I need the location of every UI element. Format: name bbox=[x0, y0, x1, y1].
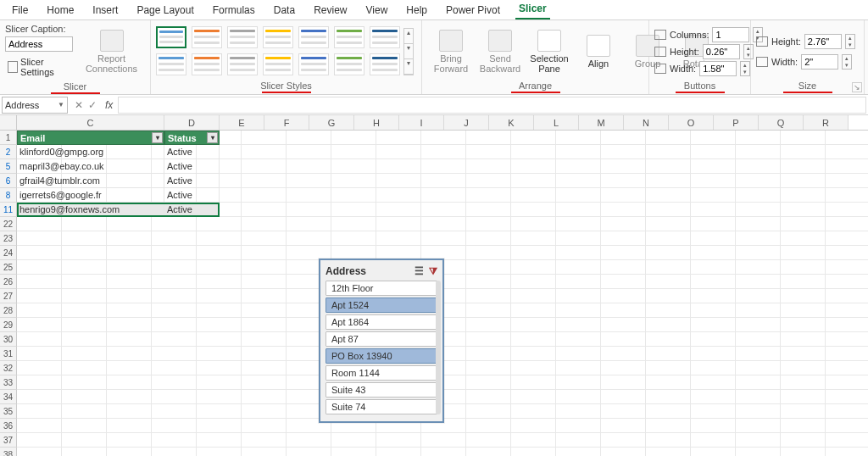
slicer-scrollbar[interactable] bbox=[436, 281, 441, 414]
row-header[interactable]: 2 bbox=[0, 145, 17, 159]
row-header[interactable]: 6 bbox=[0, 174, 17, 188]
row-header[interactable]: 34 bbox=[0, 390, 17, 404]
multi-select-icon[interactable]: ☰ bbox=[415, 265, 424, 277]
col-header[interactable]: J bbox=[444, 115, 489, 130]
slicer-style-swatch[interactable] bbox=[370, 53, 400, 75]
cell-email[interactable]: gfrail4@tumblr.com bbox=[17, 174, 164, 188]
size-height-input[interactable] bbox=[804, 34, 842, 49]
cancel-icon[interactable]: ✕ bbox=[75, 99, 83, 111]
row-header[interactable]: 27 bbox=[0, 289, 17, 303]
row-header[interactable]: 22 bbox=[0, 217, 17, 231]
size-dialog-launcher[interactable]: ↘ bbox=[852, 82, 862, 92]
tab-insert[interactable]: Insert bbox=[89, 3, 121, 19]
cell-status[interactable]: Active bbox=[164, 188, 220, 203]
cell-status[interactable]: Active bbox=[164, 159, 220, 174]
spin[interactable]: ▴▾ bbox=[740, 61, 750, 76]
formula-input[interactable] bbox=[118, 97, 866, 114]
slicer-item[interactable]: Apt 1864 bbox=[326, 314, 437, 330]
enter-icon[interactable]: ✓ bbox=[88, 99, 97, 111]
col-header[interactable]: P bbox=[714, 115, 759, 130]
cell-status[interactable]: Active bbox=[164, 203, 220, 217]
buttons-columns-input[interactable] bbox=[712, 27, 749, 42]
row-header[interactable]: 23 bbox=[0, 231, 17, 246]
row-header[interactable]: 25 bbox=[0, 260, 17, 275]
tab-view[interactable]: View bbox=[363, 3, 392, 19]
row-header[interactable]: 38 bbox=[0, 448, 17, 456]
table-header-status[interactable]: Status▾ bbox=[164, 131, 220, 145]
cell-email[interactable]: klinford0@gmpg.org bbox=[17, 145, 164, 159]
col-header[interactable]: E bbox=[220, 115, 264, 130]
tab-page-layout[interactable]: Page Layout bbox=[133, 3, 197, 19]
cell-email[interactable]: igerrets6@google.fr bbox=[17, 188, 164, 203]
align-button[interactable]: Align bbox=[575, 33, 622, 70]
name-box[interactable]: Address▼ bbox=[2, 97, 68, 114]
row-header[interactable]: 11 bbox=[0, 203, 17, 217]
row-header[interactable]: 5 bbox=[0, 159, 17, 174]
row-header[interactable]: 1 bbox=[0, 131, 17, 145]
row-header[interactable]: 29 bbox=[0, 318, 17, 332]
slicer-item[interactable]: Suite 74 bbox=[326, 399, 437, 414]
row-header[interactable]: 33 bbox=[0, 375, 17, 390]
clear-filter-icon[interactable]: ⧩ bbox=[429, 265, 437, 277]
row-header[interactable]: 24 bbox=[0, 246, 17, 260]
col-header[interactable]: Q bbox=[759, 115, 804, 130]
slicer-style-swatch[interactable] bbox=[263, 53, 293, 75]
col-header[interactable]: D bbox=[164, 115, 220, 130]
slicer-style-swatch[interactable] bbox=[298, 53, 329, 75]
cell-status[interactable]: Active bbox=[164, 145, 220, 159]
slicer-style-swatch[interactable] bbox=[156, 26, 186, 48]
slicer-style-swatch[interactable] bbox=[227, 53, 258, 75]
spin[interactable]: ▴▾ bbox=[842, 54, 852, 70]
select-all-corner[interactable] bbox=[0, 115, 17, 130]
slicer-item[interactable]: Apt 1524 bbox=[326, 298, 437, 313]
buttons-width-input[interactable] bbox=[699, 61, 737, 76]
size-width-input[interactable] bbox=[801, 54, 838, 70]
send-backward-button[interactable]: Send Backward bbox=[476, 28, 524, 75]
table-header-email[interactable]: Email▾ bbox=[17, 131, 164, 145]
cell-email[interactable]: henrigo9@foxnews.com bbox=[17, 203, 164, 217]
col-header[interactable]: R bbox=[804, 115, 849, 130]
row-header[interactable]: 37 bbox=[0, 433, 17, 448]
slicer-style-swatch[interactable] bbox=[263, 26, 293, 48]
worksheet[interactable]: CDEFGHIJKLMNOPQR 12568112223242526272829… bbox=[0, 115, 868, 456]
row-header[interactable]: 36 bbox=[0, 419, 17, 433]
row-header[interactable]: 8 bbox=[0, 188, 17, 203]
col-header[interactable]: K bbox=[489, 115, 534, 130]
bring-forward-button[interactable]: Bring Forward bbox=[427, 28, 475, 75]
row-header[interactable]: 31 bbox=[0, 347, 17, 361]
row-header[interactable]: 28 bbox=[0, 303, 17, 318]
col-header[interactable]: M bbox=[579, 115, 624, 130]
row-header[interactable]: 26 bbox=[0, 275, 17, 289]
slicer-style-gallery[interactable]: ▴▾▾ bbox=[156, 26, 414, 77]
tab-review[interactable]: Review bbox=[310, 3, 350, 19]
filter-dropdown-icon[interactable]: ▾ bbox=[152, 132, 163, 143]
tab-formulas[interactable]: Formulas bbox=[209, 3, 259, 19]
slicer-caption-input[interactable] bbox=[5, 36, 73, 52]
slicer-panel[interactable]: Address ☰ ⧩ 12th FloorApt 1524Apt 1864Ap… bbox=[319, 259, 444, 423]
tab-help[interactable]: Help bbox=[403, 3, 431, 19]
tab-home[interactable]: Home bbox=[43, 3, 77, 19]
slicer-item[interactable]: Suite 43 bbox=[326, 382, 437, 398]
cell-email[interactable]: mapril3@ebay.co.uk bbox=[17, 159, 164, 174]
filter-applied-icon[interactable]: ▾ bbox=[207, 132, 218, 143]
row-header[interactable]: 30 bbox=[0, 332, 17, 347]
col-header[interactable]: N bbox=[624, 115, 669, 130]
tab-power-pivot[interactable]: Power Pivot bbox=[442, 3, 504, 19]
slicer-style-swatch[interactable] bbox=[334, 53, 364, 75]
row-header[interactable]: 32 bbox=[0, 361, 17, 375]
cell-status[interactable]: Active bbox=[164, 174, 220, 188]
col-header[interactable]: G bbox=[309, 115, 354, 130]
tab-slicer[interactable]: Slicer bbox=[515, 1, 550, 19]
tab-data[interactable]: Data bbox=[270, 3, 298, 19]
selection-pane-button[interactable]: Selection Pane bbox=[526, 28, 573, 75]
slicer-item[interactable]: Apt 87 bbox=[326, 331, 437, 347]
slicer-item[interactable]: Room 1144 bbox=[326, 365, 437, 381]
gallery-scroll[interactable]: ▴▾▾ bbox=[403, 28, 414, 75]
col-header[interactable]: I bbox=[399, 115, 444, 130]
slicer-style-swatch[interactable] bbox=[334, 26, 364, 48]
col-header[interactable]: C bbox=[17, 115, 164, 130]
slicer-item[interactable]: 12th Floor bbox=[326, 281, 437, 296]
slicer-style-swatch[interactable] bbox=[156, 53, 186, 75]
slicer-item[interactable]: PO Box 13940 bbox=[326, 348, 437, 364]
slicer-style-swatch[interactable] bbox=[192, 26, 222, 48]
